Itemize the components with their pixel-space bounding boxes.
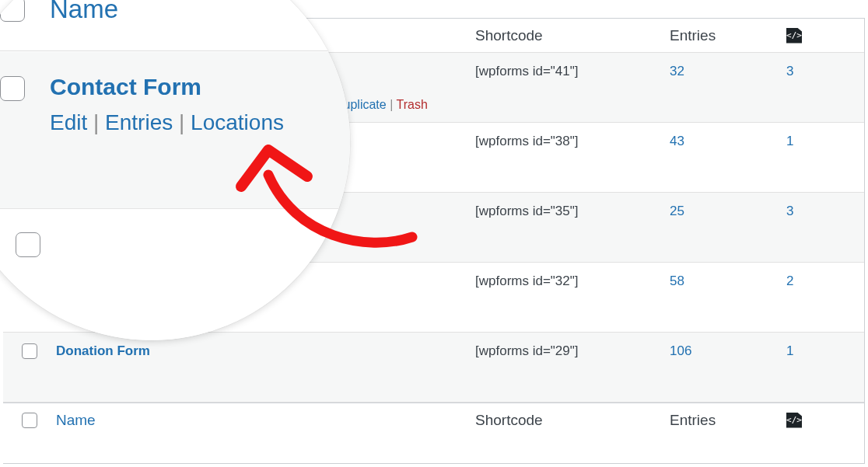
zoom-row-checkbox[interactable] (16, 232, 40, 257)
embed-count-link[interactable]: 1 (786, 134, 793, 148)
zoom-select-all-checkbox[interactable] (0, 0, 25, 22)
column-footer-shortcode: Shortcode (475, 412, 543, 428)
entries-link[interactable]: 32 (670, 64, 684, 78)
zoom-header: Name (0, 0, 350, 51)
embed-count-link[interactable]: 3 (786, 64, 793, 78)
shortcode-text: [wpforms id="35"] (475, 204, 579, 218)
entries-action-link[interactable]: Entries (105, 110, 173, 134)
trash-link[interactable]: Trash (396, 98, 427, 111)
entries-link[interactable]: 58 (670, 274, 684, 288)
zoom-row: Contact Form Edit | Entries | Locations (0, 52, 350, 215)
shortcode-text: [wpforms id="38"] (475, 134, 579, 148)
row-actions-peek: Duplicate | Trash (334, 98, 428, 112)
select-all-checkbox-bottom[interactable] (22, 413, 37, 428)
zoom-row-checkbox[interactable] (0, 76, 25, 101)
embed-count-link[interactable]: 2 (786, 274, 793, 288)
column-footer-name[interactable]: Name (56, 412, 96, 428)
table-row: Donation Form [wpforms id="29"] 106 1 (3, 333, 864, 403)
shortcode-text: [wpforms id="32"] (475, 274, 579, 288)
shortcode-text: [wpforms id="41"] (475, 64, 579, 78)
zoom-column-header-name[interactable]: Name (50, 0, 118, 24)
column-header-shortcode: Shortcode (475, 27, 543, 44)
zoom-form-name-link[interactable]: Contact Form (50, 74, 350, 99)
embed-icon: </> (786, 413, 802, 428)
embed-count-link[interactable]: 3 (786, 204, 793, 218)
edit-link[interactable]: Edit (50, 110, 87, 134)
locations-link[interactable]: Locations (191, 110, 284, 134)
shortcode-text: [wpforms id="29"] (475, 343, 579, 358)
form-name-link[interactable]: Donation Form (56, 343, 150, 358)
column-header-entries: Entries (670, 27, 716, 44)
column-footer-entries: Entries (670, 412, 716, 428)
embed-icon: </> (786, 28, 802, 44)
entries-link[interactable]: 25 (670, 204, 684, 218)
embed-count-link[interactable]: 1 (786, 343, 793, 358)
zoom-row-actions: Edit | Entries | Locations (50, 110, 350, 135)
entries-link[interactable]: 106 (670, 343, 691, 358)
row-checkbox[interactable] (22, 343, 37, 359)
table-footer-row: Name Shortcode Entries </> (3, 403, 864, 437)
entries-link[interactable]: 43 (670, 134, 684, 148)
